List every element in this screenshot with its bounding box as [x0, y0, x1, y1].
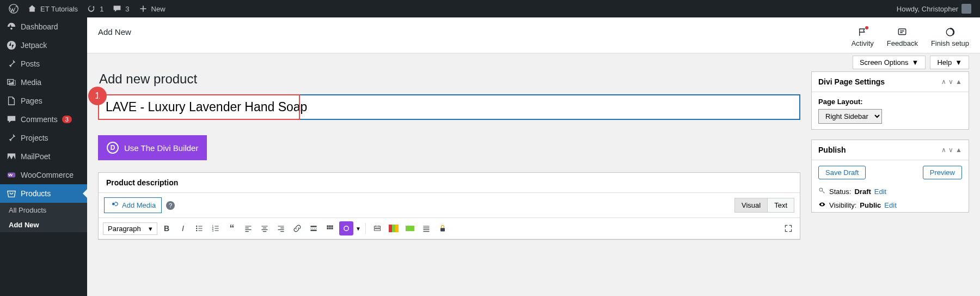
chevron-down-icon: ▾ [149, 225, 152, 233]
feedback-button[interactable]: Feedback [887, 27, 918, 47]
italic-button[interactable]: I [176, 221, 190, 235]
status-value: Draft [854, 188, 871, 196]
lock-button[interactable] [436, 221, 450, 235]
greeting-text: Howdy, Christopher [897, 5, 958, 13]
feedback-icon [897, 27, 907, 37]
format-select[interactable]: Paragraph▾ [103, 222, 157, 235]
edit-visibility-link[interactable]: Edit [884, 201, 896, 209]
sidebar-item-posts[interactable]: Posts [0, 55, 87, 73]
toolbar-toggle-button[interactable] [323, 221, 337, 235]
plus-icon [138, 4, 148, 14]
svg-point-9 [196, 228, 197, 229]
key-icon [818, 187, 826, 196]
row-button[interactable] [370, 221, 384, 235]
quote-button[interactable]: “ [225, 221, 239, 235]
align-right-button[interactable] [274, 221, 288, 235]
svg-rect-17 [329, 225, 330, 227]
align-center-button[interactable] [258, 221, 272, 235]
publish-title: Publish [818, 146, 846, 154]
divi-builder-button[interactable]: DUse The Divi Builder [98, 135, 207, 160]
activity-button[interactable]: Activity [852, 27, 874, 47]
sidebar-label: WooCommerce [21, 171, 74, 179]
bullet-list-button[interactable] [192, 221, 206, 235]
align-left-button[interactable] [241, 221, 255, 235]
divi-settings-box: Divi Page Settings ∧∨▲ Page Layout: Righ… [811, 71, 969, 130]
visual-tab[interactable]: Visual [734, 198, 768, 213]
sidebar-item-comments[interactable]: Comments3 [0, 110, 87, 129]
highlight-button[interactable] [403, 221, 417, 235]
sidebar-item-dashboard[interactable]: Dashboard [0, 17, 87, 36]
finish-setup-button[interactable]: Finish setup [931, 27, 969, 47]
sidebar-label: Posts [21, 59, 40, 68]
pin-icon [7, 59, 16, 69]
woocommerce-icon [7, 170, 16, 180]
wp-logo-menu[interactable] [4, 0, 23, 17]
submenu-all-products[interactable]: All Products [0, 203, 87, 218]
sidebar-item-pages[interactable]: Pages [0, 92, 87, 110]
chevron-down-icon[interactable]: ∨ [948, 146, 953, 154]
chevron-down-icon: ▼ [912, 58, 919, 67]
new-content-link[interactable]: New [134, 0, 170, 17]
svg-point-10 [196, 230, 197, 231]
page-icon [7, 96, 16, 106]
product-title-input[interactable] [98, 94, 800, 120]
submenu-add-new[interactable]: Add New [0, 218, 87, 232]
sidebar-item-woocommerce[interactable]: WooCommerce [0, 166, 87, 184]
eye-icon [818, 201, 826, 210]
save-draft-button[interactable]: Save Draft [818, 166, 866, 179]
chevron-down-icon[interactable]: ∨ [948, 78, 953, 86]
account-menu[interactable]: Howdy, Christopher [892, 0, 976, 17]
update-icon [87, 4, 96, 14]
page-title: Add new product [99, 71, 800, 87]
products-submenu: All Products Add New [0, 203, 87, 232]
svg-point-8 [196, 226, 197, 227]
site-name-link[interactable]: ET Tutorials [23, 0, 82, 17]
help-label: Help [937, 58, 952, 67]
sidebar-item-projects[interactable]: Projects [0, 129, 87, 147]
bold-button[interactable]: B [160, 221, 174, 235]
editor-toolbar: Paragraph▾ B I 123 “ ▼ [99, 218, 800, 239]
finish-label: Finish setup [931, 39, 969, 47]
annotation-badge: 1 [88, 87, 107, 105]
svg-rect-18 [331, 225, 333, 227]
add-media-label: Add Media [122, 201, 156, 209]
toggle-icon[interactable]: ▲ [955, 78, 962, 86]
svg-rect-20 [329, 227, 330, 229]
sidebar-label: Dashboard [21, 22, 58, 31]
shortcode-button[interactable] [339, 221, 353, 235]
comments-link[interactable]: 3 [108, 0, 133, 17]
divi-settings-title: Divi Page Settings [818, 77, 885, 86]
preview-button[interactable]: Preview [923, 166, 962, 179]
products-icon [7, 189, 16, 198]
link-button[interactable] [290, 221, 304, 235]
more-button[interactable] [307, 221, 321, 235]
sidebar-item-products[interactable]: Products [0, 184, 87, 203]
product-description-box: Product description Add Media ? Visual T… [98, 172, 800, 240]
svg-point-7 [112, 203, 115, 206]
add-media-button[interactable]: Add Media [104, 197, 162, 213]
chevron-up-icon[interactable]: ∧ [941, 78, 946, 86]
number-list-button[interactable]: 123 [209, 221, 223, 235]
visibility-label: Visibility: [829, 201, 856, 209]
projects-icon [7, 133, 16, 143]
updates-link[interactable]: 1 [82, 0, 108, 17]
svg-point-1 [10, 28, 13, 30]
chevron-up-icon[interactable]: ∧ [941, 146, 946, 154]
align-justify-button[interactable] [419, 221, 433, 235]
chevron-down-icon[interactable]: ▼ [356, 226, 361, 232]
description-heading: Product description [99, 173, 800, 193]
screen-options-button[interactable]: Screen Options▼ [853, 56, 926, 69]
svg-point-22 [344, 226, 348, 231]
edit-status-link[interactable]: Edit [874, 188, 886, 196]
help-icon[interactable]: ? [166, 201, 175, 210]
sidebar-item-mailpoet[interactable]: MailPoet [0, 147, 87, 166]
sidebar-item-jetpack[interactable]: Jetpack [0, 36, 87, 55]
sidebar-item-media[interactable]: Media [0, 73, 87, 92]
page-layout-select[interactable]: Right Sidebar [818, 109, 882, 124]
media-icon [110, 200, 119, 210]
fullscreen-button[interactable] [781, 221, 795, 235]
color-blocks-button[interactable] [387, 221, 401, 235]
help-button[interactable]: Help▼ [930, 56, 969, 69]
toggle-icon[interactable]: ▲ [955, 146, 962, 154]
text-tab[interactable]: Text [768, 198, 794, 213]
